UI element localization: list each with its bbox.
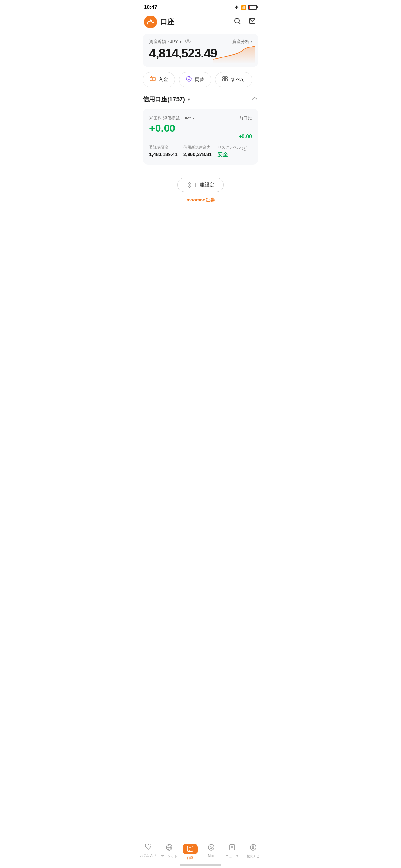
status-time: 10:47 (144, 4, 157, 10)
account-settings-button[interactable]: 口座設定 (177, 178, 224, 192)
settings-btn-label: 口座設定 (195, 182, 214, 188)
page-title: 口座 (160, 17, 174, 27)
svg-point-8 (186, 76, 191, 82)
logo-icon (144, 16, 157, 28)
svg-point-3 (185, 40, 190, 43)
header-icons (233, 16, 257, 28)
section-title: 信用口座(1757) (143, 95, 185, 104)
exchange-label: 両替 (195, 76, 204, 83)
settings-btn-container: 口座設定 (137, 170, 264, 197)
exchange-icon (186, 75, 192, 84)
all-icon (222, 75, 228, 84)
section-chevron-down-icon: ▾ (188, 97, 190, 102)
asset-label: 資産総額・JPY (149, 39, 178, 44)
asset-label-row: 資産総額・JPY ▾ (149, 39, 191, 44)
currency-chevron-icon[interactable]: ▾ (193, 116, 195, 120)
deposit-icon (150, 75, 156, 84)
account-details: 委託保証金 1,480,189.41 信用新規建余力 2,960,378.81 … (149, 145, 252, 158)
svg-rect-12 (225, 79, 227, 81)
detail-margin-value: 1,480,189.41 (149, 151, 183, 157)
eye-icon[interactable] (185, 39, 191, 44)
section-collapse-button[interactable] (251, 95, 258, 104)
airplane-icon: ✈ (235, 5, 239, 10)
detail-credit: 信用新規建余力 2,960,378.81 (183, 145, 218, 158)
account-row1: 米国株 評価損益・JPY ▾ 前日比 (149, 115, 252, 121)
status-bar: 10:47 ✈ 📶 (137, 0, 264, 13)
date-label: 前日比 (239, 115, 252, 121)
asset-amount-container: 4,814,523.49 (149, 46, 252, 60)
svg-point-4 (187, 41, 189, 42)
deposit-button[interactable]: 入金 (143, 72, 175, 87)
search-button[interactable] (233, 16, 242, 28)
account-pnl-row: +0.00 +0.00 (149, 122, 252, 140)
gear-icon (187, 182, 192, 188)
account-card: 米国株 評価損益・JPY ▾ 前日比 +0.00 +0.00 委託保証金 1,4… (143, 109, 258, 165)
detail-credit-label: 信用新規建余力 (183, 145, 218, 150)
header-left: 口座 (144, 16, 174, 28)
risk-label-row: リスクレベル ℹ (218, 145, 252, 151)
account-pnl-right: +0.00 (239, 134, 252, 140)
all-button[interactable]: すべて (215, 72, 252, 87)
message-button[interactable] (247, 16, 257, 28)
status-icons: ✈ 📶 (235, 5, 257, 10)
wifi-icon: 📶 (241, 5, 246, 10)
detail-risk: リスクレベル ℹ 安全 (218, 145, 252, 158)
account-sub-label: 米国株 評価損益・JPY ▾ (149, 115, 195, 121)
detail-margin: 委託保証金 1,480,189.41 (149, 145, 183, 158)
info-icon[interactable]: ℹ (242, 146, 247, 151)
action-buttons: 入金 両替 すべて (143, 72, 258, 87)
stock-label: 米国株 評価損益・JPY (149, 115, 191, 121)
detail-margin-label: 委託保証金 (149, 145, 183, 150)
svg-rect-11 (223, 79, 225, 81)
brand-text: moomoo証券 (137, 197, 264, 208)
header: 口座 (137, 13, 264, 34)
section-title-row[interactable]: 信用口座(1757) ▾ (143, 95, 190, 104)
section-header: 信用口座(1757) ▾ (137, 95, 264, 109)
account-pnl: +0.00 (149, 122, 175, 134)
asset-card: 資産総額・JPY ▾ 資産分析 › 4,814,523.49 (143, 34, 258, 67)
exchange-button[interactable]: 両替 (179, 72, 211, 87)
all-label: すべて (231, 76, 245, 83)
deposit-label: 入金 (158, 76, 168, 83)
chevron-down-icon[interactable]: ▾ (180, 40, 182, 44)
asset-chart (213, 42, 255, 63)
detail-risk-value: 安全 (218, 151, 252, 158)
battery-icon (248, 5, 257, 10)
svg-line-1 (239, 23, 241, 24)
svg-point-13 (189, 184, 190, 186)
svg-rect-9 (223, 76, 225, 79)
detail-risk-label: リスクレベル (218, 145, 241, 150)
svg-rect-10 (225, 76, 227, 79)
detail-credit-value: 2,960,378.81 (183, 151, 218, 157)
